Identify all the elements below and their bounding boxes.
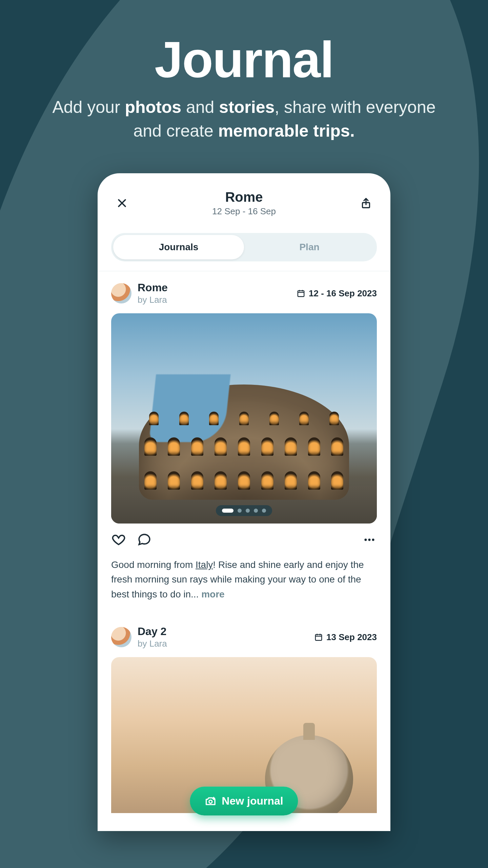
carousel-dot (262, 509, 266, 513)
avatar (111, 627, 131, 647)
journal-card: Rome by Lara 12 - 16 Sep 2023 (98, 271, 390, 601)
by-prefix: by (138, 295, 149, 305)
trip-title: Rome (129, 190, 359, 205)
avatar (111, 283, 131, 303)
carousel-dot (222, 509, 233, 513)
comment-icon (137, 533, 151, 547)
card-title: Rome (138, 281, 168, 294)
share-icon (360, 197, 372, 209)
card-date: 12 - 16 Sep 2023 (297, 288, 377, 299)
tab-plan[interactable]: Plan (244, 235, 375, 259)
card-header: Day 2 by Lara 13 Sep 2023 (111, 625, 377, 649)
hero-subtitle: Add your photos and stories, share with … (0, 95, 488, 143)
close-icon (116, 197, 128, 209)
phone-frame: Rome 12 Sep - 16 Sep Journals Plan Rome … (98, 173, 390, 831)
by-prefix: by (138, 638, 149, 649)
share-button[interactable] (359, 196, 373, 211)
card-actions (111, 532, 377, 547)
like-button[interactable] (111, 532, 126, 547)
caption-more[interactable]: more (201, 589, 224, 599)
camera-plus-icon (205, 795, 216, 807)
hero-sub-bold: memorable trips. (218, 121, 355, 140)
caption-link-italy[interactable]: Italy (196, 559, 213, 570)
svg-point-9 (372, 539, 374, 541)
carousel-indicator[interactable] (216, 505, 272, 516)
segmented-control: Journals Plan (111, 233, 377, 261)
svg-point-7 (364, 539, 367, 541)
card-date: 13 Sep 2023 (314, 632, 377, 643)
hero-sub-bold: photos (125, 98, 181, 117)
svg-rect-10 (316, 635, 322, 640)
journal-card: Day 2 by Lara 13 Sep 2023 (98, 615, 390, 813)
caption-text: Good morning from (111, 559, 196, 570)
card-title: Day 2 (138, 625, 167, 638)
tab-journals[interactable]: Journals (113, 235, 244, 259)
svg-point-14 (209, 800, 212, 803)
card-author-group[interactable]: Day 2 by Lara (111, 625, 167, 649)
card-header: Rome by Lara 12 - 16 Sep 2023 (111, 281, 377, 305)
card-date-text: 13 Sep 2023 (326, 632, 377, 643)
card-byline: by Lara (138, 295, 168, 305)
card-caption: Good morning from Italy! Rise and shine … (111, 557, 377, 601)
promo-hero: Journal Add your photos and stories, sha… (0, 0, 488, 143)
card-byline: by Lara (138, 638, 167, 649)
hero-sub-text: and (181, 98, 219, 117)
author-name: Lara (149, 638, 167, 649)
hero-sub-text: Add your (52, 98, 125, 117)
image-colosseum (139, 384, 349, 500)
comment-button[interactable] (137, 532, 152, 547)
svg-rect-3 (298, 291, 304, 296)
author-name: Lara (149, 295, 167, 305)
fab-label: New journal (222, 795, 283, 807)
carousel-dot (246, 509, 250, 513)
calendar-icon (297, 289, 305, 298)
hero-sub-bold: stories (219, 98, 274, 117)
calendar-icon (314, 633, 323, 642)
svg-point-8 (368, 539, 371, 541)
heart-icon (111, 533, 126, 547)
new-journal-button[interactable]: New journal (190, 787, 298, 815)
card-date-text: 12 - 16 Sep 2023 (309, 288, 377, 299)
more-button[interactable] (362, 532, 377, 547)
more-horizontal-icon (363, 533, 376, 546)
carousel-dot (238, 509, 242, 513)
carousel-dot (254, 509, 258, 513)
trip-date-range: 12 Sep - 16 Sep (129, 206, 359, 217)
topbar-title-group: Rome 12 Sep - 16 Sep (129, 190, 359, 217)
topbar: Rome 12 Sep - 16 Sep (98, 173, 390, 225)
close-button[interactable] (115, 196, 129, 211)
card-author-group[interactable]: Rome by Lara (111, 281, 168, 305)
hero-title: Journal (0, 31, 488, 89)
journal-cover-image[interactable] (111, 313, 377, 524)
